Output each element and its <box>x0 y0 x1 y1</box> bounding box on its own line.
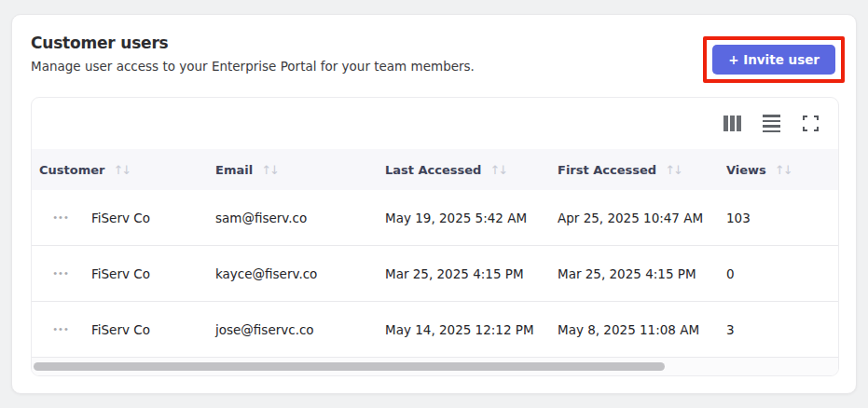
columns-icon <box>723 116 741 131</box>
fullscreen-button[interactable] <box>797 111 823 137</box>
cell-views: 103 <box>726 211 838 225</box>
users-table-card: Customer ↑↓ Email ↑↓ Last Accessed ↑↓ Fi… <box>31 97 839 376</box>
column-label: Last Accessed <box>385 163 481 177</box>
column-label: First Accessed <box>558 163 656 177</box>
row-actions-button[interactable]: ••• <box>51 320 72 338</box>
cell-customer: FiServ Co <box>91 266 215 281</box>
cell-last-accessed: Mar 25, 2025 4:15 PM <box>385 266 558 281</box>
row-density-button[interactable] <box>758 111 784 137</box>
column-label: Customer <box>39 163 104 177</box>
cell-first-accessed: Apr 25, 2025 10:47 AM <box>558 211 726 225</box>
page: { "header": { "title": "Customer users",… <box>0 0 868 408</box>
cell-customer: FiServ Co <box>91 322 215 337</box>
table-toolbar <box>32 98 838 149</box>
horizontal-scrollbar-track[interactable] <box>32 358 838 375</box>
row-actions-button[interactable]: ••• <box>51 265 72 282</box>
cell-email: jose@fiservc.co <box>215 322 385 337</box>
horizontal-scrollbar-thumb[interactable] <box>34 362 665 371</box>
cell-last-accessed: May 19, 2025 5:42 AM <box>385 211 558 225</box>
sort-icon: ↑↓ <box>665 163 682 177</box>
column-label: Views <box>726 163 766 177</box>
column-label: Email <box>215 163 253 177</box>
table-header-row: Customer ↑↓ Email ↑↓ Last Accessed ↑↓ Fi… <box>32 149 838 190</box>
customer-users-panel: Customer users Manage user access to you… <box>11 14 857 394</box>
table-body: ••• FiServ Co sam@fiserv.co May 19, 2025… <box>32 190 838 358</box>
invite-user-highlight-box: + Invite user <box>703 36 845 83</box>
column-header-first-accessed[interactable]: First Accessed ↑↓ <box>558 149 726 190</box>
table-row: ••• FiServ Co sam@fiserv.co May 19, 2025… <box>32 190 838 246</box>
row-density-icon <box>763 115 780 132</box>
column-header-last-accessed[interactable]: Last Accessed ↑↓ <box>385 149 558 190</box>
ellipsis-icon: ••• <box>53 211 70 223</box>
invite-user-button[interactable]: + Invite user <box>712 45 835 75</box>
cell-email: kayce@fiserv.co <box>215 266 385 281</box>
row-actions-button[interactable]: ••• <box>51 209 72 226</box>
column-header-email[interactable]: Email ↑↓ <box>215 149 385 190</box>
ellipsis-icon: ••• <box>53 267 70 279</box>
cell-views: 0 <box>726 266 838 281</box>
cell-last-accessed: May 14, 2025 12:12 PM <box>385 322 558 337</box>
cell-first-accessed: May 8, 2025 11:08 AM <box>558 322 726 337</box>
sort-icon: ↑↓ <box>775 163 792 177</box>
column-header-customer[interactable]: Customer ↑↓ <box>32 149 215 190</box>
table-row: ••• FiServ Co kayce@fiserv.co Mar 25, 20… <box>32 246 838 302</box>
ellipsis-icon: ••• <box>53 323 70 334</box>
fullscreen-icon <box>803 116 819 131</box>
sort-icon: ↑↓ <box>113 163 130 177</box>
cell-views: 3 <box>726 322 838 337</box>
table-row: ••• FiServ Co jose@fiservc.co May 14, 20… <box>32 302 838 358</box>
column-header-views[interactable]: Views ↑↓ <box>726 149 838 190</box>
sort-icon: ↑↓ <box>489 163 506 177</box>
columns-toggle-button[interactable] <box>719 111 745 137</box>
sort-icon: ↑↓ <box>261 163 278 177</box>
cell-customer: FiServ Co <box>91 211 215 225</box>
cell-first-accessed: Mar 25, 2025 4:15 PM <box>558 266 726 281</box>
cell-email: sam@fiserv.co <box>215 211 385 225</box>
